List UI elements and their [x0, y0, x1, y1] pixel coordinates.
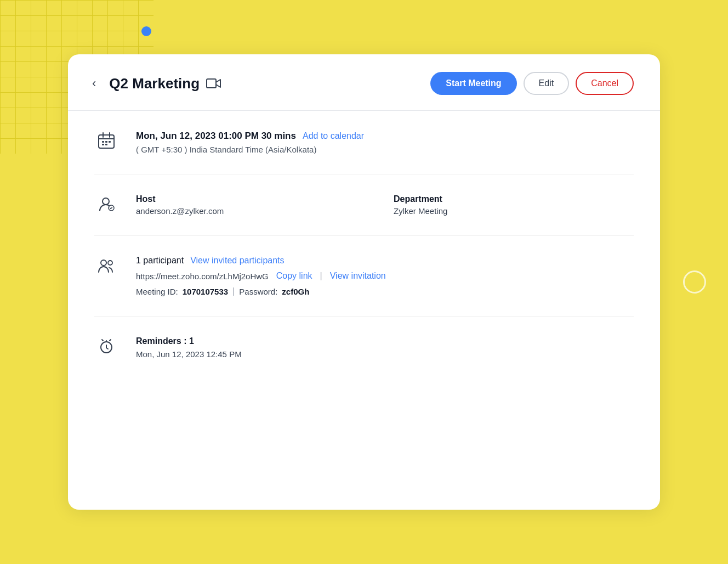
background-circle — [683, 270, 706, 294]
reminders-row: Reminders : 1 Mon, Jun 12, 2023 12:45 PM — [94, 317, 634, 379]
password-value: zcf0Gh — [282, 287, 309, 296]
reminder-label: Reminders : 1 — [136, 336, 634, 346]
datetime-body: Mon, Jun 12, 2023 01:00 PM 30 mins Add t… — [136, 131, 634, 154]
card-content: Mon, Jun 12, 2023 01:00 PM 30 mins Add t… — [68, 111, 660, 401]
host-row: Host anderson.z@zylker.com Department Zy… — [94, 174, 634, 236]
meeting-detail-card: ‹ Q2 Marketing Start Meeting Edit Cancel — [68, 54, 660, 510]
svg-rect-4 — [109, 141, 111, 143]
svg-rect-5 — [102, 144, 104, 145]
meeting-id-prefix: Meeting ID: — [136, 287, 178, 296]
host-label: Host — [136, 194, 376, 204]
view-invited-participants-link[interactable]: View invited participants — [190, 256, 284, 266]
department-label: Department — [394, 194, 634, 204]
svg-rect-0 — [207, 79, 216, 88]
view-invitation-link[interactable]: View invitation — [330, 271, 386, 281]
header-actions: Start Meeting Edit Cancel — [430, 72, 634, 95]
meeting-id-value: 1070107533 — [183, 287, 228, 296]
svg-rect-6 — [105, 144, 107, 145]
video-icon — [206, 77, 221, 89]
participants-row: 1 participant View invited participants … — [94, 236, 634, 317]
department-value: Zylker Meeting — [394, 206, 634, 216]
meeting-id-line: Meeting ID: 1070107533 | Password: zcf0G… — [136, 286, 634, 296]
meeting-url: https://meet.zoho.com/zLhMj2oHwG — [136, 272, 269, 281]
divider-2: | — [232, 286, 235, 296]
svg-rect-3 — [105, 141, 107, 143]
participant-count: 1 participant — [136, 256, 184, 266]
meeting-link-line: https://meet.zoho.com/zLhMj2oHwG Copy li… — [136, 271, 634, 281]
host-icon — [94, 194, 118, 213]
datetime-main: Mon, Jun 12, 2023 01:00 PM 30 mins Add t… — [136, 131, 634, 142]
background-dot — [141, 26, 151, 36]
svg-rect-2 — [102, 141, 104, 143]
reminder-time: Mon, Jun 12, 2023 12:45 PM — [136, 349, 634, 359]
divider-1: | — [320, 271, 322, 281]
svg-point-7 — [103, 198, 109, 205]
card-header: ‹ Q2 Marketing Start Meeting Edit Cancel — [68, 54, 660, 111]
meeting-title: Q2 Marketing — [109, 75, 422, 92]
password-prefix: Password: — [239, 287, 277, 296]
svg-point-9 — [101, 260, 106, 266]
participants-icon — [94, 256, 118, 274]
host-body: Host anderson.z@zylker.com Department Zy… — [136, 194, 634, 216]
participants-line: 1 participant View invited participants — [136, 256, 634, 266]
department-section: Department Zylker Meeting — [394, 194, 634, 216]
participants-body: 1 participant View invited participants … — [136, 256, 634, 296]
add-to-calendar-link[interactable]: Add to calendar — [303, 131, 364, 141]
host-section: Host anderson.z@zylker.com — [136, 194, 376, 216]
reminder-icon — [94, 336, 118, 355]
host-value: anderson.z@zylker.com — [136, 206, 376, 216]
calendar-icon — [94, 131, 118, 149]
back-button[interactable]: ‹ — [88, 74, 100, 93]
datetime-timezone: ( GMT +5:30 ) India Standard Time (Asia/… — [136, 145, 634, 154]
reminders-body: Reminders : 1 Mon, Jun 12, 2023 12:45 PM — [136, 336, 634, 359]
cancel-button[interactable]: Cancel — [576, 72, 634, 95]
svg-point-10 — [108, 261, 112, 265]
start-meeting-button[interactable]: Start Meeting — [430, 72, 516, 95]
edit-button[interactable]: Edit — [524, 72, 570, 95]
datetime-row: Mon, Jun 12, 2023 01:00 PM 30 mins Add t… — [94, 111, 634, 174]
host-grid: Host anderson.z@zylker.com Department Zy… — [136, 194, 634, 216]
copy-link-button[interactable]: Copy link — [276, 271, 312, 281]
